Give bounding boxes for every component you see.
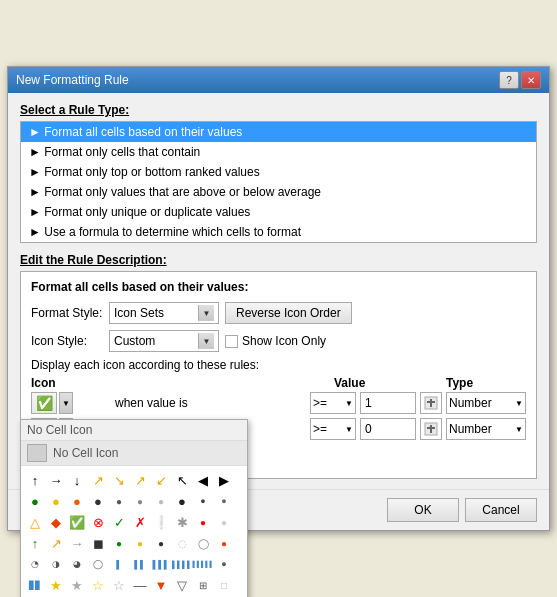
icon-item[interactable]: ● <box>193 512 213 532</box>
icon-item[interactable]: ◆ <box>46 512 66 532</box>
icon-item[interactable]: → <box>67 533 87 553</box>
icon-item[interactable]: ▼ <box>151 575 171 595</box>
icon-item[interactable]: ☆ <box>88 575 108 595</box>
icon-item[interactable]: ⊗ <box>88 512 108 532</box>
header-value: Value <box>334 376 414 390</box>
icon-item[interactable]: ★ <box>46 575 66 595</box>
icon-item[interactable]: ● <box>214 491 234 511</box>
icon-style-select[interactable]: Custom ▼ <box>109 330 219 352</box>
header-icon: Icon <box>31 376 111 390</box>
type-select-0[interactable]: Number ▼ <box>446 392 526 414</box>
type-arrow-0: ▼ <box>515 399 523 408</box>
dropdown-no-icon-row[interactable]: No Cell Icon <box>21 441 247 466</box>
icon-item[interactable]: ▌▌▌▌ <box>172 554 192 574</box>
reverse-icon-order-button[interactable]: Reverse Icon Order <box>225 302 352 324</box>
icon-item[interactable]: ✅ <box>67 512 87 532</box>
icon-item[interactable]: ▌▌▌▌▌ <box>193 554 213 574</box>
icon-item[interactable]: ● <box>172 491 192 511</box>
rules-headers: Icon Value Type <box>31 376 526 390</box>
icon-item[interactable]: ◔ <box>25 554 45 574</box>
value-input-0[interactable] <box>360 392 416 414</box>
icon-item[interactable]: ⊞ <box>193 575 213 595</box>
close-button[interactable]: ✕ <box>521 71 541 89</box>
icon-item[interactable]: ◑ <box>46 554 66 574</box>
icon-item[interactable]: ● <box>46 491 66 511</box>
header-empty3 <box>418 376 442 390</box>
rule-type-item-4[interactable]: ► Format only unique or duplicate values <box>21 202 536 222</box>
icon-item[interactable]: ▊▊ <box>25 575 45 595</box>
rule-type-item-0[interactable]: ► Format all cells based on their values <box>21 122 536 142</box>
show-icon-only-checkbox[interactable] <box>225 335 238 348</box>
icon-item[interactable]: ↘ <box>109 470 129 490</box>
icon-item[interactable]: ● <box>67 491 87 511</box>
icon-item[interactable]: ● <box>193 491 213 511</box>
icon-item[interactable]: ● <box>214 554 234 574</box>
icon-item[interactable]: ↖ <box>172 470 192 490</box>
icon-item[interactable]: ● <box>214 512 234 532</box>
icon-item[interactable]: ● <box>151 491 171 511</box>
icon-item[interactable]: △ <box>25 512 45 532</box>
rule-type-list: ► Format all cells based on their values… <box>20 121 537 243</box>
icon-item[interactable]: ▶ <box>214 470 234 490</box>
icon-item[interactable]: ✓ <box>109 512 129 532</box>
icon-item[interactable]: ✗ <box>130 512 150 532</box>
icon-item[interactable]: ● <box>88 491 108 511</box>
icon-item[interactable]: ↑ <box>25 533 45 553</box>
icon-dropdown-btn-0[interactable]: ▼ <box>59 392 73 414</box>
icon-item[interactable]: ● <box>109 491 129 511</box>
title-bar-buttons: ? ✕ <box>499 71 541 89</box>
value-btn-0[interactable] <box>420 392 442 414</box>
dialog-body: Select a Rule Type: ► Format all cells b… <box>8 93 549 489</box>
icon-item[interactable]: ● <box>109 533 129 553</box>
icon-item[interactable]: ● <box>25 491 45 511</box>
rule-type-item-3[interactable]: ► Format only values that are above or b… <box>21 182 536 202</box>
show-icon-only-label: Show Icon Only <box>242 334 326 348</box>
icon-item[interactable]: ● <box>151 533 171 553</box>
icon-item[interactable]: ✱ <box>172 512 192 532</box>
icon-item[interactable]: ❕ <box>151 512 171 532</box>
icon-item[interactable]: ● <box>214 533 234 553</box>
icon-item[interactable]: □ <box>214 575 234 595</box>
icon-style-arrow: ▼ <box>198 333 214 349</box>
value-btn-1[interactable] <box>420 418 442 440</box>
icon-item[interactable]: ◀ <box>193 470 213 490</box>
icon-item[interactable]: ◕ <box>67 554 87 574</box>
icon-item[interactable]: ↗ <box>88 470 108 490</box>
op-select-0[interactable]: >= ▼ <box>310 392 356 414</box>
help-button[interactable]: ? <box>499 71 519 89</box>
format-style-select[interactable]: Icon Sets ▼ <box>109 302 219 324</box>
rule-type-item-2[interactable]: ► Format only top or bottom ranked value… <box>21 162 536 182</box>
icon-item[interactable]: ↙ <box>151 470 171 490</box>
rule-type-item-1[interactable]: ► Format only cells that contain <box>21 142 536 162</box>
icon-item[interactable]: ★ <box>67 575 87 595</box>
title-bar: New Formatting Rule ? ✕ <box>8 67 549 93</box>
icon-item[interactable]: ▌▌ <box>130 554 150 574</box>
icon-item[interactable]: ◯ <box>88 554 108 574</box>
icon-item[interactable]: ▌▌▌ <box>151 554 171 574</box>
icon-item[interactable]: ▽ <box>172 575 192 595</box>
type-select-1[interactable]: Number ▼ <box>446 418 526 440</box>
op-select-1[interactable]: >= ▼ <box>310 418 356 440</box>
ok-button[interactable]: OK <box>387 498 459 522</box>
icon-item[interactable]: → <box>46 470 66 490</box>
icon-item[interactable]: ↑ <box>25 470 45 490</box>
type-value-0: Number <box>449 396 515 410</box>
format-style-arrow: ▼ <box>198 305 214 321</box>
icon-item[interactable]: — <box>130 575 150 595</box>
icon-item[interactable]: ↗ <box>130 470 150 490</box>
icon-item[interactable]: ↗ <box>46 533 66 553</box>
dialog-title: New Formatting Rule <box>16 73 129 87</box>
icon-item[interactable]: ☆ <box>109 575 129 595</box>
cancel-button[interactable]: Cancel <box>465 498 537 522</box>
value-input-1[interactable] <box>360 418 416 440</box>
rule-type-item-5[interactable]: ► Use a formula to determine which cells… <box>21 222 536 242</box>
icon-item[interactable]: ● <box>130 491 150 511</box>
icon-item[interactable]: ◯ <box>193 533 213 553</box>
icon-item[interactable]: ● <box>130 533 150 553</box>
icon-item[interactable]: ▌ <box>109 554 129 574</box>
svg-rect-2 <box>430 399 432 407</box>
header-empty2 <box>276 376 326 390</box>
icon-item[interactable]: ◌ <box>172 533 192 553</box>
icon-item[interactable]: ◼ <box>88 533 108 553</box>
icon-item[interactable]: ↓ <box>67 470 87 490</box>
